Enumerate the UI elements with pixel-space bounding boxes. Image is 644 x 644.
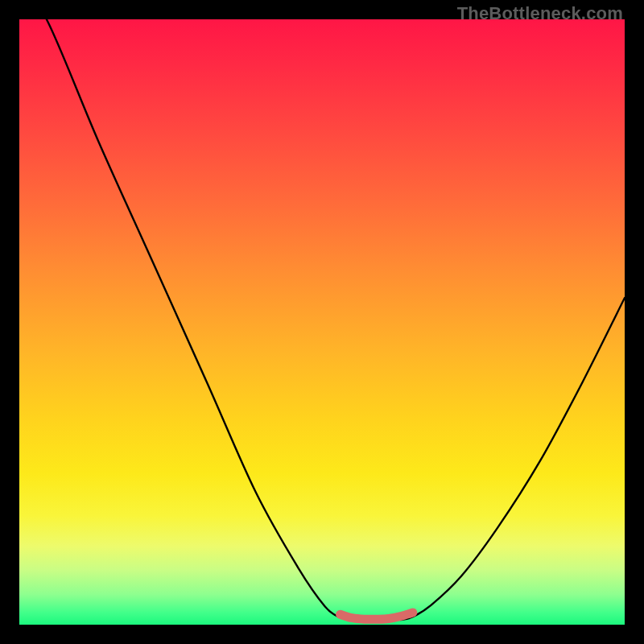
bottleneck-curve — [19, 19, 625, 625]
chart-frame — [19, 19, 625, 625]
curve-left-branch — [19, 19, 353, 620]
plot-area — [19, 19, 625, 625]
watermark-text: TheBottleneck.com — [457, 3, 623, 24]
curve-right-branch — [401, 298, 625, 620]
